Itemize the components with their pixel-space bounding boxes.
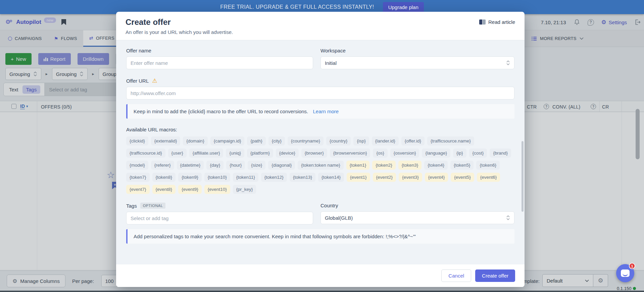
read-article-link[interactable]: Read article bbox=[479, 19, 515, 25]
modal-scrollbar[interactable] bbox=[522, 141, 524, 212]
macro-chip[interactable]: {uniq} bbox=[226, 149, 244, 158]
macro-chip[interactable]: {model} bbox=[126, 161, 148, 170]
macro-chip[interactable]: {platform} bbox=[247, 149, 273, 158]
macro-chip[interactable]: {pr_key} bbox=[233, 185, 256, 194]
updown-icon bbox=[506, 60, 510, 66]
chat-widget-button[interactable]: 1 bbox=[616, 264, 634, 282]
macro-chip[interactable]: {country} bbox=[326, 136, 351, 145]
macro-chip[interactable]: {language} bbox=[422, 149, 450, 158]
macro-chip[interactable]: {brand} bbox=[490, 149, 511, 158]
macro-chip[interactable]: {campaign.id} bbox=[210, 136, 245, 145]
macro-chip[interactable]: {diagonal} bbox=[268, 161, 295, 170]
macro-chip[interactable]: {token:token name} bbox=[298, 161, 343, 170]
macro-chip[interactable]: {token1} bbox=[346, 161, 370, 170]
macro-chip[interactable]: {device} bbox=[276, 149, 299, 158]
macro-chip[interactable]: {path} bbox=[247, 136, 265, 145]
macro-chip[interactable]: {trafficsource.name} bbox=[427, 136, 474, 145]
offer-url-input[interactable] bbox=[126, 87, 514, 99]
macro-chip[interactable]: {token11} bbox=[233, 173, 258, 182]
macro-chip[interactable]: {event6} bbox=[477, 173, 500, 182]
tags-note: Add personalized tags to make your searc… bbox=[126, 229, 514, 244]
trial-banner-text: FREE TRIAL. UPGRADE & GET FULL ACCESS IN… bbox=[220, 4, 374, 10]
country-value: Global(GLB) bbox=[325, 215, 353, 221]
modal-title: Create offer bbox=[126, 17, 515, 27]
clickid-note-text: Keep in mind to add the {clickid} macro … bbox=[134, 109, 308, 114]
macro-chip[interactable]: {countryname} bbox=[288, 136, 324, 145]
workspace-value: Initial bbox=[325, 60, 337, 66]
offer-url-label-text: Offer URL bbox=[126, 78, 149, 84]
macro-chip[interactable]: {event8} bbox=[152, 185, 176, 194]
macro-chip[interactable]: {token6} bbox=[476, 161, 500, 170]
macro-chip[interactable]: {token5} bbox=[450, 161, 474, 170]
macro-chip[interactable]: {clickid} bbox=[126, 136, 148, 145]
macro-chip[interactable]: {affiliate.user} bbox=[189, 149, 224, 158]
updown-icon bbox=[506, 215, 510, 220]
macro-chip[interactable]: {browserversion} bbox=[330, 149, 370, 158]
chat-unread-badge: 1 bbox=[629, 263, 635, 269]
tags-label: Tags OPTIONAL bbox=[126, 203, 313, 209]
macro-chip[interactable]: {event4} bbox=[425, 173, 448, 182]
modal-header: Create offer An offer is your ad URL whi… bbox=[116, 12, 525, 40]
macro-chip[interactable]: {referer} bbox=[151, 161, 174, 170]
modal-subtitle: An offer is your ad URL which you will a… bbox=[126, 29, 515, 35]
macro-chip[interactable]: {token8} bbox=[152, 173, 176, 182]
macro-chip[interactable]: {datetime} bbox=[177, 161, 204, 170]
clickid-note: Keep in mind to add the {clickid} macro … bbox=[126, 104, 514, 119]
offer-url-label: Offer URL ⚠ bbox=[126, 78, 514, 84]
macro-chip[interactable]: {lander.id} bbox=[372, 136, 399, 145]
macro-chip[interactable]: {token10} bbox=[204, 173, 230, 182]
book-icon bbox=[479, 19, 486, 25]
upgrade-plan-button[interactable]: Upgrade plan bbox=[383, 2, 424, 12]
macro-chip[interactable]: {token7} bbox=[126, 173, 150, 182]
macro-chip[interactable]: {token14} bbox=[318, 173, 344, 182]
create-offer-modal: Create offer An offer is your ad URL whi… bbox=[116, 12, 525, 287]
modal-footer: Cancel Create offer bbox=[116, 264, 525, 287]
learn-more-link[interactable]: Learn more bbox=[313, 109, 339, 114]
macro-chip[interactable]: {token4} bbox=[424, 161, 448, 170]
workspace-label: Workspace bbox=[320, 48, 514, 53]
country-label: Country bbox=[320, 203, 514, 208]
macro-chip[interactable]: {ip} bbox=[453, 149, 466, 158]
macro-chip[interactable]: {token12} bbox=[261, 173, 287, 182]
macro-chip[interactable]: {event2} bbox=[373, 173, 396, 182]
macro-chip[interactable]: {cost} bbox=[469, 149, 487, 158]
macro-chip[interactable]: {osversion} bbox=[390, 149, 419, 158]
tags-label-text: Tags bbox=[126, 203, 137, 209]
macro-chip[interactable]: {event3} bbox=[399, 173, 422, 182]
macro-chip[interactable]: {token13} bbox=[290, 173, 315, 182]
modal-body: Offer name Workspace Initial Offer URL ⚠ bbox=[116, 40, 525, 264]
macro-chip[interactable]: {isp} bbox=[353, 136, 369, 145]
chat-bubble-icon bbox=[621, 269, 630, 277]
create-offer-button[interactable]: Create offer bbox=[475, 269, 515, 282]
macro-chip[interactable]: {trafficsource.id} bbox=[126, 149, 165, 158]
macro-chip[interactable]: {event1} bbox=[347, 173, 370, 182]
macros-label: Available URL macros: bbox=[126, 127, 514, 132]
macro-chip[interactable]: {os} bbox=[373, 149, 387, 158]
macro-chip[interactable]: {city} bbox=[268, 136, 285, 145]
macro-chip[interactable]: {day} bbox=[206, 161, 224, 170]
macro-chip[interactable]: {offer.id} bbox=[401, 136, 425, 145]
workspace-select[interactable]: Initial bbox=[320, 56, 514, 69]
cancel-button[interactable]: Cancel bbox=[441, 269, 471, 282]
offer-name-label: Offer name bbox=[126, 48, 313, 53]
optional-badge: OPTIONAL bbox=[140, 203, 166, 209]
macro-chip[interactable]: {event10} bbox=[204, 185, 230, 194]
macro-chip[interactable]: {token9} bbox=[178, 173, 202, 182]
macro-chip[interactable]: {token2} bbox=[372, 161, 396, 170]
tags-input[interactable] bbox=[126, 212, 313, 224]
warning-icon: ⚠ bbox=[152, 78, 157, 84]
macro-chip[interactable]: {event9} bbox=[178, 185, 202, 194]
macro-chip[interactable]: {hour} bbox=[226, 161, 245, 170]
macro-chip[interactable]: {user} bbox=[168, 149, 187, 158]
country-select[interactable]: Global(GLB) bbox=[320, 211, 514, 224]
read-article-label: Read article bbox=[488, 19, 515, 25]
macro-chips: {clickid}{externalid}{domain}{campaign.i… bbox=[126, 136, 514, 194]
macro-chip[interactable]: {domain} bbox=[183, 136, 207, 145]
macro-chip[interactable]: {size} bbox=[248, 161, 265, 170]
macro-chip[interactable]: {browser} bbox=[301, 149, 327, 158]
macro-chip[interactable]: {externalid} bbox=[151, 136, 181, 145]
macro-chip[interactable]: {event5} bbox=[451, 173, 474, 182]
offer-name-input[interactable] bbox=[126, 56, 313, 69]
macro-chip[interactable]: {event7} bbox=[126, 185, 150, 194]
macro-chip[interactable]: {token3} bbox=[398, 161, 422, 170]
